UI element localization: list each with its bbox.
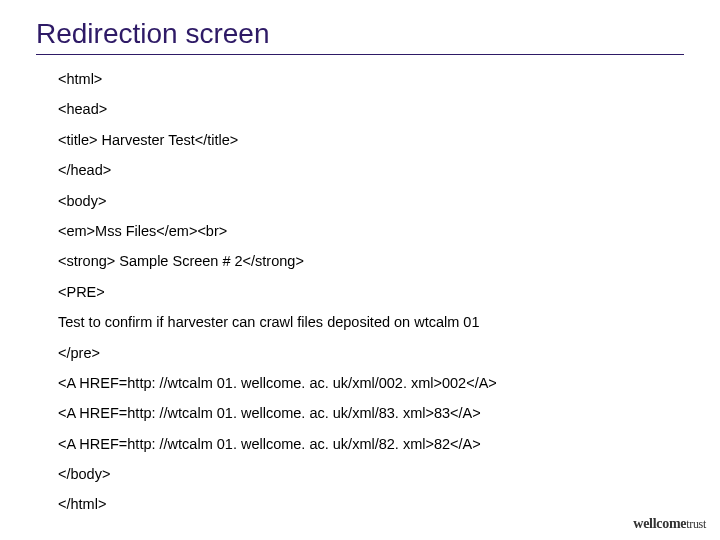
code-line: <em>Mss Files</em><br>: [58, 223, 684, 240]
code-line: <PRE>: [58, 284, 684, 301]
code-listing: <html> <head> <title> Harvester Test</ti…: [36, 61, 684, 514]
slide-title: Redirection screen: [36, 18, 684, 55]
logo-brand: wellcome: [633, 516, 686, 531]
code-line: <body>: [58, 193, 684, 210]
code-line: <strong> Sample Screen # 2</strong>: [58, 253, 684, 270]
code-line: <title> Harvester Test</title>: [58, 132, 684, 149]
logo-suffix: trust: [686, 517, 706, 531]
code-line: </head>: [58, 162, 684, 179]
wellcome-trust-logo: wellcometrust: [633, 516, 706, 532]
code-line: <A HREF=http: //wtcalm 01. wellcome. ac.…: [58, 436, 684, 453]
code-line: </pre>: [58, 345, 684, 362]
code-line: Test to confirm if harvester can crawl f…: [58, 314, 684, 331]
slide: Redirection screen <html> <head> <title>…: [0, 0, 720, 540]
code-line: </body>: [58, 466, 684, 483]
code-line: <head>: [58, 101, 684, 118]
code-line: <A HREF=http: //wtcalm 01. wellcome. ac.…: [58, 375, 684, 392]
code-line: </html>: [58, 496, 684, 513]
code-line: <A HREF=http: //wtcalm 01. wellcome. ac.…: [58, 405, 684, 422]
code-line: <html>: [58, 71, 684, 88]
